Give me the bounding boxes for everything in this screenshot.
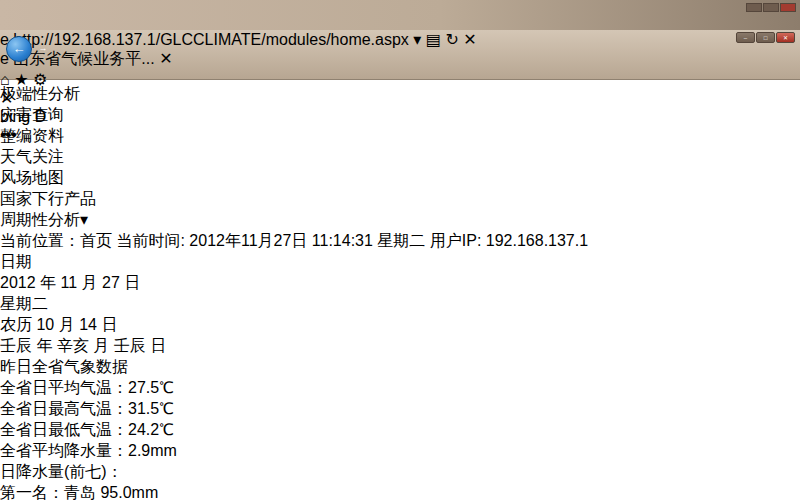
- weather-panel-header: 昨日全省气象数据: [0, 357, 800, 378]
- text-segment: /GLCCLIMATE/modules/home.aspx: [156, 31, 409, 48]
- forward-button[interactable]: →: [34, 40, 52, 58]
- overflow-dots-icon[interactable]: •••: [0, 126, 800, 144]
- address-bar[interactable]: e http://192.168.137.1/GLCCLIMATE/module…: [0, 30, 800, 49]
- stop-icon[interactable]: ✕: [463, 31, 476, 48]
- text-segment: 192.168.137.1: [53, 31, 155, 48]
- content-area: 日期 2012 年 11 月 27 日 星期二 农历 10 月 14 日 壬辰 …: [0, 252, 800, 500]
- stat-label: 全省日平均气温：: [0, 379, 128, 396]
- date-panel: 日期 2012 年 11 月 27 日 星期二 农历 10 月 14 日 壬辰 …: [0, 252, 800, 357]
- text-segment: 日: [97, 316, 117, 333]
- sidebar: 日期 2012 年 11 月 27 日 星期二 农历 10 月 14 日 壬辰 …: [0, 252, 800, 500]
- tab-close-icon[interactable]: ✕: [159, 50, 172, 67]
- current-time: 当前时间: 2012年11月27日 11:14:31 星期二: [116, 232, 425, 249]
- stat-value: 27.5℃: [128, 379, 174, 396]
- rank-label: 第一名：: [0, 484, 64, 500]
- stat-value: 31.5℃: [128, 400, 174, 417]
- text-segment: 27: [102, 274, 120, 291]
- lunar-date: 农历 10 月 14 日: [0, 315, 800, 336]
- text-segment: 年: [36, 274, 61, 291]
- bing-logo[interactable]: bing: [0, 108, 30, 125]
- bing-toolbar: bing D: [0, 108, 800, 126]
- nav-item-label: 天气关注: [0, 148, 64, 165]
- weather-panel-title: 昨日全省气象数据: [0, 358, 128, 375]
- text-segment: 11: [60, 274, 77, 291]
- nav-item-label: 周期性分析: [0, 211, 80, 228]
- browser-tab[interactable]: e 山东省气候业务平... ✕: [0, 49, 800, 70]
- stat-label: 全省日最低气温：: [0, 421, 128, 438]
- text-segment: 月: [77, 274, 102, 291]
- text-segment: 壬辰: [114, 337, 146, 354]
- text-segment: 10: [36, 316, 54, 333]
- stat-label: 全省日最高气温：: [0, 400, 128, 417]
- rank-group-title: 日降水量(前七)：: [0, 462, 800, 483]
- weather-stat-row: 全省日最高气温：31.5℃: [0, 399, 800, 420]
- desktop-background: [0, 0, 800, 30]
- weather-stat-row: 全省平均降水量：2.9mm: [0, 441, 800, 462]
- favorites-star-icon[interactable]: ★: [14, 71, 28, 88]
- text-segment: 年: [32, 337, 57, 354]
- compatibility-icon[interactable]: ▤: [426, 31, 441, 48]
- text-segment: 壬辰: [0, 337, 32, 354]
- command-bar: ✕ bing D •••: [0, 89, 800, 144]
- status-bar: 当前位置：首页 当前时间: 2012年11月27日 11:14:31 星期二 用…: [0, 231, 800, 252]
- ganzhi-date: 壬辰 年 辛亥 月 壬辰 日: [0, 336, 800, 357]
- nav-item-wind-map[interactable]: 风场地图: [0, 168, 800, 189]
- text-segment: 月: [89, 337, 114, 354]
- text-segment: 辛亥: [57, 337, 89, 354]
- weather-data-panel: 昨日全省气象数据 全省日平均气温：27.5℃全省日最高气温：31.5℃全省日最低…: [0, 357, 800, 500]
- minimize-button[interactable]: –: [736, 32, 755, 43]
- text-segment: 日: [146, 337, 166, 354]
- back-button[interactable]: ←: [6, 36, 32, 62]
- text-segment: 日: [120, 274, 140, 291]
- screen: – □ ✕ ← → e http://192.168.137.1/GLCCLIM…: [0, 0, 800, 500]
- user-ip: 用户IP: 192.168.137.1: [430, 232, 588, 249]
- gregorian-date: 2012 年 11 月 27 日: [0, 273, 800, 294]
- stat-value: 24.2℃: [128, 421, 174, 438]
- stat-value: 2.9mm: [128, 442, 177, 459]
- close-icon[interactable]: [780, 3, 796, 12]
- date-panel-title: 日期: [0, 253, 32, 270]
- text-segment: 14: [79, 316, 97, 333]
- maximize-icon[interactable]: [763, 3, 779, 12]
- close-sidebar-icon[interactable]: ✕: [0, 90, 13, 107]
- nav-item-label: 国家下行产品: [0, 190, 96, 207]
- date-panel-body: 2012 年 11 月 27 日 星期二 农历 10 月 14 日 壬辰 年 辛…: [0, 273, 800, 357]
- status-right: 当前时间: 2012年11月27日 11:14:31 星期二 用户IP: 192…: [116, 232, 588, 249]
- window-controls: – □ ✕: [736, 32, 795, 43]
- home-icon[interactable]: ⌂: [0, 71, 10, 88]
- dropdown-arrow-icon: ▾: [80, 211, 88, 228]
- weather-stat-row: 全省日最低气温：24.2℃: [0, 420, 800, 441]
- weather-stats: 全省日平均气温：27.5℃全省日最高气温：31.5℃全省日最低气温：24.2℃全…: [0, 378, 800, 500]
- rank-value: 青岛 95.0mm: [64, 484, 158, 500]
- background-window-controls: [746, 3, 796, 12]
- nav-item-weather-focus[interactable]: 天气关注: [0, 147, 800, 168]
- nav-item-label: 风场地图: [0, 169, 64, 186]
- text-segment: 月: [54, 316, 79, 333]
- close-button[interactable]: ✕: [776, 32, 795, 43]
- rank-row: 第一名：青岛 95.0mm: [0, 483, 800, 500]
- command-bar-left: ✕: [0, 89, 800, 108]
- breadcrumb: 当前位置：首页: [0, 232, 112, 249]
- browser-chrome: – □ ✕ ← → e http://192.168.137.1/GLCCLIM…: [0, 30, 800, 80]
- docin-icon[interactable]: D: [35, 108, 47, 125]
- text-segment: 2012: [0, 274, 36, 291]
- refresh-icon[interactable]: ↻: [445, 31, 458, 48]
- dropdown-arrow-icon[interactable]: ▾: [413, 31, 421, 48]
- stat-label: 全省平均降水量：: [0, 442, 128, 459]
- minimize-icon[interactable]: [746, 3, 762, 12]
- maximize-button[interactable]: □: [756, 32, 775, 43]
- browser-toolbar-icons: ⌂ ★ ⚙: [0, 70, 800, 89]
- weekday: 星期二: [0, 294, 800, 315]
- nav-item-national-products[interactable]: 国家下行产品: [0, 189, 800, 210]
- text-segment: 农历: [0, 316, 36, 333]
- url-text[interactable]: http://192.168.137.1/GLCCLIMATE/modules/…: [13, 31, 409, 48]
- address-bar-icons: ▾ ▤ ↻ ✕: [413, 31, 476, 48]
- date-panel-header: 日期: [0, 252, 800, 273]
- weather-stat-row: 全省日平均气温：27.5℃: [0, 378, 800, 399]
- gear-icon[interactable]: ⚙: [33, 71, 47, 88]
- nav-item-periodic-analysis[interactable]: 周期性分析▾: [0, 210, 800, 231]
